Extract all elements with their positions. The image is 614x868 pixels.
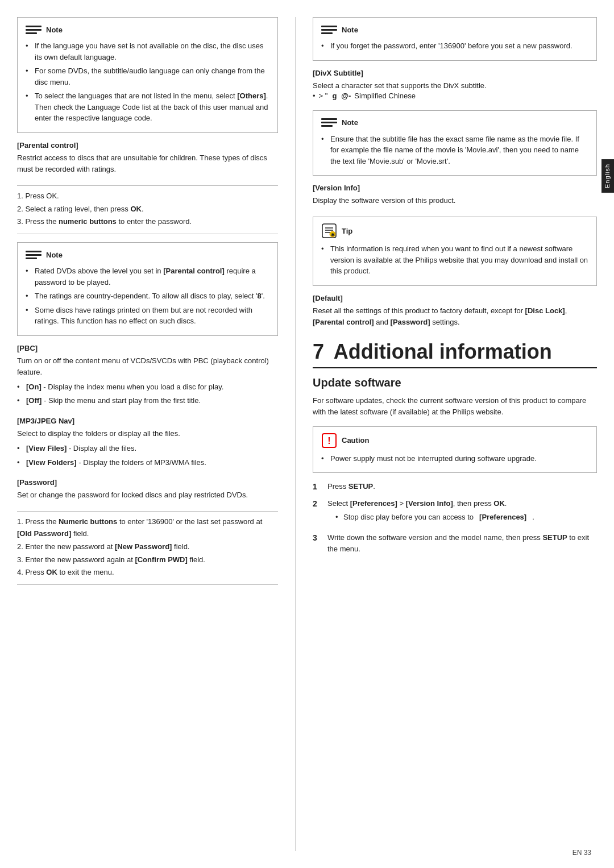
mp3jpeg-item-1: [View Files] - Display all the files. (17, 443, 278, 454)
tip-list: This information is required when you wa… (321, 243, 588, 277)
update-step-2: 2 Select [Preferences] > [Version Info],… (313, 498, 597, 528)
step-content-1: Press SETUP. (327, 481, 597, 493)
tip-header: ✱ Tip (321, 223, 588, 239)
note-box-1: Note If the language you have set is not… (17, 17, 278, 133)
note1-item-3: To select the languages that are not lis… (26, 90, 269, 124)
version-info-title: [Version Info] (313, 184, 597, 192)
step-content-3: Write down the software version and the … (327, 532, 597, 555)
update-software-heading: Update software (313, 376, 597, 389)
svg-text:!: ! (327, 436, 330, 446)
update-software-body: For software updates, check the current … (313, 395, 597, 418)
password-step-4: 4. Press OK to exit the menu. (17, 567, 278, 579)
note2-item-1: Rated DVDs above the level you set in [P… (26, 265, 269, 288)
note-header-2: Note (26, 248, 269, 261)
mp3jpeg-title: [MP3/JPEG Nav] (17, 417, 278, 425)
side-tab: English (601, 159, 614, 193)
pbc-title: [PBC] (17, 344, 278, 352)
tip-item-1: This information is required when you wa… (321, 243, 588, 277)
update-step-1: 1 Press SETUP. (313, 481, 597, 493)
caution-label: Caution (342, 436, 369, 445)
pbc-item-2: [Off] - Skip the menu and start play fro… (17, 395, 278, 406)
password-step-2: 2. Enter the new password at [New Passwo… (17, 541, 278, 553)
step-num-1: 1 (313, 481, 322, 493)
note-icon-2 (26, 248, 42, 261)
note-header-4: Note (321, 117, 588, 129)
password-step-3: 3. Enter the new password again at [Conf… (17, 554, 278, 566)
default-body: Reset all the settings of this product t… (313, 305, 597, 328)
note-icon-3 (321, 23, 337, 36)
password-title: [Password] (17, 478, 278, 487)
tip-icon: ✱ (321, 223, 337, 239)
note-box-4: Note Ensure that the subtitle file has t… (313, 110, 597, 176)
pbc-section: [PBC] Turn on or off the content menu of… (17, 344, 278, 406)
note-label-3: Note (342, 26, 358, 34)
default-section: [Default] Reset all the settings of this… (313, 294, 597, 328)
step2-sub-list: Stop disc play before you can access to … (327, 512, 597, 523)
parental-control-section: [Parental control] Restrict access to di… (17, 141, 278, 175)
tip-label: Tip (342, 227, 352, 235)
caution-item-1: Power supply must not be interrupted dur… (321, 453, 588, 464)
footer: EN 33 (572, 849, 591, 857)
update-step-3: 3 Write down the software version and th… (313, 532, 597, 555)
parental-step-2: 2. Select a rating level, then press OK. (17, 203, 278, 215)
divx-bullet: • > " g @- Simplified Chinese (313, 92, 597, 100)
tip-box: ✱ Tip This information is required when … (313, 217, 597, 286)
parental-control-title: [Parental control] (17, 141, 278, 149)
caution-icon: ! (321, 433, 337, 448)
parental-steps-box: 1. Press OK. 2. Select a rating level, t… (17, 185, 278, 234)
bullet-dot: • (313, 92, 316, 100)
note-header-1: Note (26, 23, 269, 36)
mp3jpeg-body: Select to display the folders or display… (17, 428, 278, 439)
parental-step-1: 1. Press OK. (17, 190, 278, 202)
divx-subtitle-body: Select a character set that supports the… (313, 80, 597, 92)
mp3jpeg-section: [MP3/JPEG Nav] Select to display the fol… (17, 417, 278, 468)
note3-item-1: If you forget the password, enter '13690… (321, 40, 588, 52)
step-content-2: Select [Preferences] > [Version Info], t… (327, 498, 597, 528)
note-icon-1 (26, 23, 42, 36)
caution-list: Power supply must not be interrupted dur… (321, 453, 588, 464)
note-header-3: Note (321, 23, 588, 36)
parental-control-body: Restrict access to discs that are unsuit… (17, 152, 278, 175)
note1-item-2: For some DVDs, the subtitle/audio langua… (26, 65, 269, 88)
note2-item-2: The ratings are country-dependent. To al… (26, 290, 269, 302)
version-info-section: [Version Info] Display the software vers… (313, 184, 597, 206)
note1-item-1: If the language you have set is not avai… (26, 40, 269, 63)
default-title: [Default] (313, 294, 597, 302)
divx-g: g (332, 92, 337, 100)
svg-text:✱: ✱ (331, 232, 335, 238)
divx-arrow: > " (319, 92, 328, 100)
step-num-3: 3 (313, 532, 322, 555)
note4-list: Ensure that the subtitle file has the ex… (321, 134, 588, 167)
pbc-item-1: [On] - Display the index menu when you l… (17, 381, 278, 393)
pbc-body: Turn on or off the content menu of VCDs/… (17, 355, 278, 378)
right-column: Note If you forget the password, enter '… (296, 17, 597, 851)
note-box-3: Note If you forget the password, enter '… (313, 17, 597, 61)
note1-list: If the language you have set is not avai… (26, 40, 269, 124)
step-num-2: 2 (313, 498, 322, 528)
update-steps-list: 1 Press SETUP. 2 Select [Preferences] > … (313, 481, 597, 555)
note3-list: If you forget the password, enter '13690… (321, 40, 588, 52)
divx-subtitle-section: [DivX Subtitle] Select a character set t… (313, 69, 597, 100)
note-label-1: Note (46, 26, 63, 34)
password-body: Set or change the password for locked di… (17, 489, 278, 501)
note4-item-1: Ensure that the subtitle file has the ex… (321, 134, 588, 167)
caution-header: ! Caution (321, 433, 588, 448)
mp3jpeg-item-2: [View Folders] - Display the folders of … (17, 457, 278, 468)
note-icon-4 (321, 117, 337, 129)
chapter-number: 7 (313, 340, 324, 363)
password-step-1: 1. Press the Numeric buttons to enter '1… (17, 516, 278, 540)
divx-language: Simplified Chinese (354, 92, 416, 100)
pbc-list: [On] - Display the index menu when you l… (17, 381, 278, 406)
note-label-4: Note (342, 118, 358, 127)
left-column: Note If the language you have set is not… (17, 17, 296, 851)
note-label-2: Note (46, 251, 63, 259)
note2-list: Rated DVDs above the level you set in [P… (26, 265, 269, 327)
note-box-2: Note Rated DVDs above the level you set … (17, 242, 278, 336)
version-info-body: Display the software version of this pro… (313, 195, 597, 206)
divx-subtitle-title: [DivX Subtitle] (313, 69, 597, 77)
note2-item-3: Some discs have ratings printed on them … (26, 305, 269, 327)
parental-step-3: 3. Press the numeric buttons to enter th… (17, 216, 278, 228)
page: English Note If the language you have se… (0, 0, 614, 868)
chapter-title: Additional information (334, 340, 552, 363)
divx-at: @- (341, 92, 351, 100)
